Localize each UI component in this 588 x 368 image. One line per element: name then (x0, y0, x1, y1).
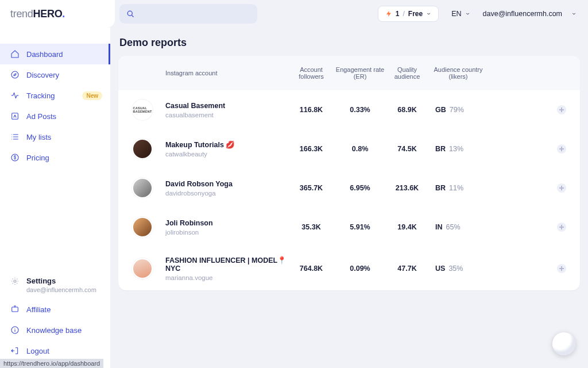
sidebar-item-dashboard[interactable]: Dashboard (0, 44, 110, 64)
sidebar-item-tracking[interactable]: Tracking New (0, 85, 110, 106)
col-account: Instagram account (132, 70, 287, 76)
post-icon (10, 112, 20, 121)
logo[interactable]: trendHERO. (0, 0, 115, 28)
table-row[interactable]: Joli Robinsonjolirobinson 35.3K 5.91% 19… (118, 208, 580, 247)
avatar: CASUAL BASEMENT (132, 99, 153, 120)
avatar (132, 217, 153, 237)
table-row[interactable]: CASUAL BASEMENT Casual Basementcasualbas… (118, 90, 580, 129)
info-icon (10, 325, 20, 335)
activity-icon (10, 91, 20, 100)
reports-table: Instagram account Account followers Enga… (118, 56, 580, 290)
add-to-list-button[interactable] (557, 223, 566, 232)
chevron-down-icon (426, 11, 431, 17)
logout-icon (10, 346, 20, 355)
col-quality: Quality audience (385, 66, 430, 80)
svg-line-1 (131, 15, 133, 17)
gear-icon (10, 277, 20, 286)
table-row[interactable]: Makeup Tutorials 💋catwalkbeauty 166.3K 0… (118, 129, 580, 168)
svg-rect-6 (12, 307, 18, 312)
svg-point-2 (11, 71, 18, 78)
sidebar-item-adposts[interactable]: Ad Posts (0, 106, 110, 126)
new-badge: New (82, 91, 102, 100)
user-menu[interactable]: dave@influencermh.com (483, 10, 577, 18)
compass-icon (10, 70, 20, 79)
bolt-icon (385, 10, 392, 18)
sidebar: Dashboard Discovery Tracking New Ad Post… (0, 28, 110, 368)
status-bar-url: https://trendhero.io/app/dashboard (0, 359, 103, 368)
plan-selector[interactable]: 1 / Free (378, 6, 439, 22)
language-selector[interactable]: EN (451, 10, 470, 18)
search-icon (126, 10, 135, 18)
svg-rect-3 (12, 113, 18, 120)
add-to-list-button[interactable] (557, 105, 566, 114)
plan-count: 1 (396, 10, 400, 18)
avatar (132, 178, 153, 198)
sidebar-item-pricing[interactable]: Pricing (0, 147, 110, 168)
avatar (132, 258, 153, 279)
table-row[interactable]: David Robson Yogadavidrobsonyoga 365.7K … (118, 168, 580, 208)
chevron-down-icon (465, 11, 470, 17)
avatar (132, 139, 153, 159)
list-icon (10, 132, 20, 141)
col-er: Engagement rate (ER) (335, 66, 385, 80)
dollar-icon (10, 153, 20, 162)
sidebar-item-settings[interactable]: Settings dave@influencermh.com (0, 271, 110, 299)
add-to-list-button[interactable] (557, 264, 566, 273)
svg-point-5 (14, 280, 16, 282)
support-chat-button[interactable] (552, 332, 575, 355)
plan-label: Free (408, 10, 423, 18)
add-to-list-button[interactable] (557, 144, 566, 154)
sidebar-item-logout[interactable]: Logout (0, 340, 110, 361)
home-icon (10, 49, 20, 59)
page-title: Demo reports (119, 37, 580, 49)
sidebar-item-affiliate[interactable]: Affiliate (0, 299, 110, 320)
col-country: Audience country (likers) (430, 66, 487, 80)
affiliate-icon (10, 305, 20, 314)
sidebar-item-discovery[interactable]: Discovery (0, 64, 110, 85)
table-row[interactable]: FASHION INFLUENCER | MODEL📍NYCmarianna.v… (118, 247, 580, 290)
sidebar-item-mylists[interactable]: My lists (0, 126, 110, 147)
add-to-list-button[interactable] (557, 183, 566, 193)
col-followers: Account followers (287, 66, 335, 80)
svg-point-0 (127, 11, 132, 16)
search-input[interactable] (119, 4, 257, 24)
sidebar-item-kb[interactable]: Knowledge base (0, 320, 110, 340)
chevron-down-icon (571, 11, 577, 17)
